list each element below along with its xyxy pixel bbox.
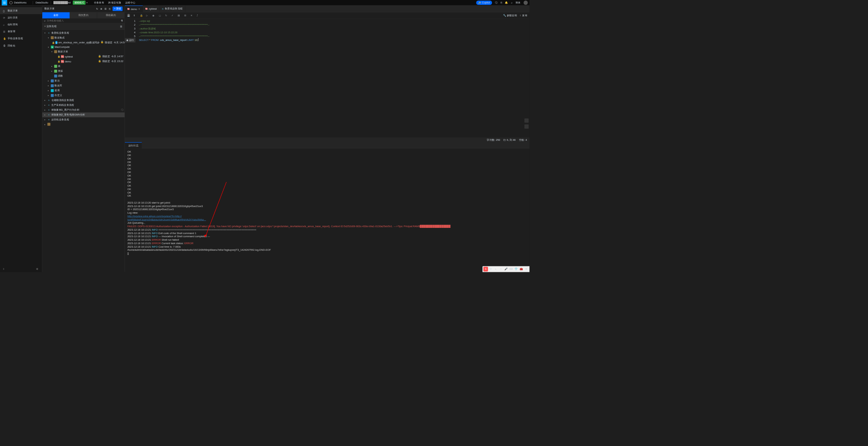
run-icon[interactable]: ▷ bbox=[146, 14, 150, 17]
ime-punct-icon[interactable]: •, bbox=[494, 267, 498, 271]
ime-settings-icon[interactable]: ⚙ bbox=[524, 267, 528, 271]
leftnav-item-4[interactable]: ✋手动业务流程 bbox=[0, 35, 42, 42]
submit-icon[interactable]: ⬆ bbox=[133, 14, 137, 17]
tree-node[interactable]: ▸⎋体验案例1_用户行为分析ⓘ bbox=[42, 108, 125, 112]
editor-tab-1[interactable]: Sqcybtest bbox=[143, 6, 160, 12]
ime-emoji-icon[interactable]: ☺ bbox=[499, 267, 503, 271]
section-menu-icon[interactable]: ☰ bbox=[120, 25, 122, 28]
notification-icon[interactable]: 🔔 bbox=[505, 1, 508, 4]
import-icon[interactable]: ☰ bbox=[104, 7, 107, 10]
log-line bbox=[127, 198, 527, 201]
tree-node[interactable]: ▸⎋运营线业务流程 bbox=[42, 118, 125, 122]
tree-node[interactable]: 🔒Sqdemo🔒 我锁定今天 15:22 bbox=[42, 59, 125, 64]
tree-node[interactable]: ▾数据开发 bbox=[42, 49, 125, 54]
reload-icon[interactable]: ↻ bbox=[165, 14, 169, 17]
fullscreen-icon[interactable] bbox=[525, 125, 529, 129]
goto-icon[interactable]: ⤴ bbox=[197, 14, 200, 17]
run-smoke-icon[interactable]: ◉ bbox=[152, 14, 156, 17]
filter-tab-1[interactable]: 我负责的 bbox=[70, 12, 97, 18]
filter-icon[interactable]: ⚗ bbox=[121, 19, 123, 23]
product-logo: DataWorks bbox=[9, 1, 26, 5]
new-button[interactable]: + 新建 bbox=[112, 7, 122, 11]
tree-node[interactable]: ▸数据库 bbox=[42, 83, 125, 88]
cost-icon[interactable]: ▤ bbox=[178, 14, 181, 17]
tree-node[interactable]: ▸通用 bbox=[42, 88, 125, 93]
precompile-icon[interactable]: ✕ bbox=[190, 14, 194, 17]
copilot-button[interactable]: ✨ Copilot bbox=[476, 1, 492, 5]
search-icon[interactable]: ⌕ bbox=[511, 1, 512, 4]
tree-node[interactable]: ▸⎋生产采购线业务流程 bbox=[42, 103, 125, 108]
locate-icon[interactable]: ⊕ bbox=[100, 7, 102, 10]
filter-tabs: 全部我负责的我收藏的 bbox=[42, 12, 125, 18]
close-icon[interactable]: × bbox=[138, 7, 140, 11]
log-line: http://logview.odps.aliyun.com/logview/?… bbox=[127, 215, 527, 218]
sidebar-collapse-icon[interactable]: ⦀ bbox=[3, 267, 4, 271]
menu-button[interactable] bbox=[2, 0, 7, 6]
publish-link[interactable]: ⬆ 发布 bbox=[519, 14, 527, 17]
tree-node[interactable]: 函数 bbox=[42, 74, 125, 78]
log-line: OK bbox=[127, 150, 527, 154]
log-line: OK bbox=[127, 177, 527, 181]
tree-node[interactable]: ▸ bbox=[42, 122, 125, 127]
deploy-icon[interactable]: ⊞ bbox=[184, 14, 188, 17]
leftnav-item-0[interactable]: {}数据开发 bbox=[0, 7, 42, 14]
ime-toolbox-icon[interactable]: 🧰 bbox=[519, 267, 524, 271]
tab-runtime-log[interactable]: 运行日志 bbox=[125, 142, 142, 148]
editor-tab-2[interactable]: ⎋备货线业务流程 bbox=[160, 6, 185, 12]
ime-sogou-icon[interactable]: S bbox=[483, 267, 488, 271]
editor-tab-0[interactable]: Sqdemo× bbox=[125, 6, 143, 12]
collapse-output-icon[interactable] bbox=[525, 119, 529, 123]
tree-node[interactable]: ▾数据集成 bbox=[42, 35, 125, 40]
filter-tab-0[interactable]: 全部 bbox=[42, 12, 70, 18]
task-icon[interactable]: ⎘ bbox=[501, 1, 502, 4]
file-panel: 数据开发 ↻ ⊕ ☰ ⎘ + 新建 全部我负责的我收藏的 ⌕ ⚗ ▾ 业务流程 … bbox=[42, 6, 125, 272]
tree-node[interactable]: ▸⎋仓储物流线业务流程 bbox=[42, 98, 125, 103]
refresh-icon[interactable]: ↻ bbox=[96, 7, 98, 10]
settings-icon[interactable]: ⚙ bbox=[36, 267, 39, 271]
steal-lock-icon[interactable]: 🔒 bbox=[140, 14, 143, 17]
leftnav-item-3[interactable]: ☰表管理 bbox=[0, 28, 42, 35]
log-line: OK bbox=[127, 194, 527, 198]
language-switch[interactable]: 简体 bbox=[516, 1, 521, 4]
leftnav-item-1[interactable]: ⟳运行历史 bbox=[0, 14, 42, 21]
code-editor[interactable]: 123456 --odps sql--*********************… bbox=[125, 19, 529, 138]
ime-cn-icon[interactable]: 中 bbox=[488, 267, 493, 271]
ime-voice-icon[interactable]: 🎤 bbox=[504, 267, 508, 271]
tree-node[interactable]: ▸资源 bbox=[42, 69, 125, 74]
format-icon[interactable]: ✓ bbox=[171, 14, 175, 17]
avatar[interactable] bbox=[524, 1, 528, 5]
module-name[interactable]: DataStudio bbox=[36, 1, 48, 4]
batch-icon[interactable]: ⎘ bbox=[109, 7, 110, 10]
log-line: OK bbox=[127, 171, 527, 174]
tree-node[interactable]: ▸自定义 bbox=[42, 93, 125, 98]
search-input[interactable] bbox=[47, 19, 119, 22]
log-line: Log view: bbox=[127, 211, 527, 215]
leftnav-item-5[interactable]: 🗑回收站 bbox=[0, 42, 42, 49]
tree-node[interactable]: ▸⎋体验案例2_零售电商GMV分析 bbox=[42, 113, 125, 118]
leftnav-item-2[interactable]: ⌕临时查询 bbox=[0, 21, 42, 28]
nav-publish[interactable]: 任务发布 bbox=[94, 1, 104, 4]
run-chip[interactable]: ◉ 运行 bbox=[125, 38, 136, 43]
nav-ops[interactable]: 运维中心 bbox=[125, 1, 135, 4]
ime-keyboard-icon[interactable]: ⌨ bbox=[509, 267, 513, 271]
tree-node[interactable]: ▾MMaxCompute bbox=[42, 45, 125, 49]
filter-tab-2[interactable]: 我收藏的 bbox=[97, 12, 125, 18]
stop-icon[interactable]: ◻ bbox=[159, 14, 162, 17]
tree-node[interactable]: 🔒Sqcybtest🔒 我锁定今天 14:57 bbox=[42, 54, 125, 59]
tree-node[interactable]: ▸算法 bbox=[42, 78, 125, 83]
tree-node[interactable]: ▸表 bbox=[42, 64, 125, 69]
output-log[interactable]: OKOKOKOKOKOKOKOKOKOKOKOKOKOK 2023-12-18 … bbox=[125, 148, 529, 272]
tree-node[interactable]: 🔒Diom_stockup_min_order_qty数据同步🔒 我锁定今天 1… bbox=[42, 40, 125, 45]
save-icon[interactable]: 💾 bbox=[127, 14, 130, 17]
params-link[interactable]: 🔧 参数说明 bbox=[503, 14, 517, 17]
nav-cross-project[interactable]: 跨项目克隆 bbox=[108, 1, 121, 4]
log-line: IcmRlIlipImFJczpVZHBzbloXdHJvomV3dMfuaXR… bbox=[127, 218, 527, 221]
project-name[interactable]: ████████nd bbox=[53, 1, 71, 4]
ime-skin-icon[interactable]: 👕 bbox=[514, 267, 518, 271]
search-icon: ⌕ bbox=[44, 19, 45, 23]
tree-node[interactable]: ▾⎋备货线业务流程 bbox=[42, 31, 125, 35]
leftnav-icon: ☰ bbox=[3, 30, 6, 33]
section-title[interactable]: 业务流程 bbox=[46, 25, 57, 28]
help-icon[interactable]: ⓘ bbox=[495, 1, 497, 4]
log-line: 2023-12-18 16:13:21 INFO Cost time is: 7… bbox=[127, 245, 527, 248]
